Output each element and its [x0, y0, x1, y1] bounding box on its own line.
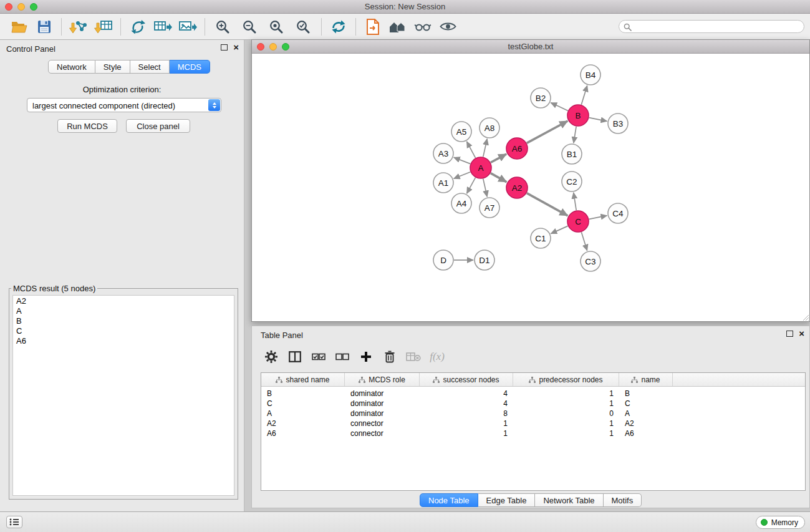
resize-grip-icon[interactable] — [801, 312, 809, 321]
graph-edge-C-C1[interactable] — [551, 226, 567, 233]
list-item[interactable]: A2 — [13, 296, 234, 306]
column-header[interactable]: name — [619, 373, 673, 386]
graph-node-label: C — [575, 217, 581, 226]
table-settings-button[interactable] — [264, 348, 279, 365]
run-mcds-button[interactable]: Run MCDS — [57, 119, 117, 133]
graph-edge-A-A5[interactable] — [467, 142, 476, 158]
zoom-fit-button[interactable] — [265, 16, 287, 37]
graph-edge-C-C4[interactable] — [589, 216, 607, 220]
graph-node-label: A — [478, 163, 483, 173]
tab-select[interactable]: Select — [130, 60, 170, 74]
graph-edge-B-B1[interactable] — [574, 127, 576, 143]
graph-edge-A-A3[interactable] — [454, 157, 470, 163]
function-builder-button[interactable]: f(x) — [430, 348, 445, 365]
list-item[interactable]: A — [13, 306, 234, 316]
table-cell: 1 — [513, 399, 619, 408]
column-header[interactable]: successor nodes — [420, 373, 513, 386]
add-button[interactable] — [359, 348, 374, 365]
import-table-button[interactable] — [93, 16, 114, 37]
criterion-dropdown[interactable]: largest connected component (directed) — [27, 98, 221, 112]
delete-button[interactable] — [382, 348, 397, 365]
tab-motifs[interactable]: Motifs — [604, 493, 642, 507]
tab-node-table[interactable]: Node Table — [420, 493, 478, 507]
list-item[interactable]: A6 — [13, 336, 234, 346]
graph-edge-B-B2[interactable] — [551, 103, 567, 111]
table-panel: Table Panel × — [251, 326, 810, 508]
column-header[interactable]: predecessor nodes — [513, 373, 619, 386]
open-document-button[interactable] — [362, 16, 383, 37]
task-history-button[interactable] — [6, 516, 22, 528]
graph-node-label: A8 — [485, 123, 495, 133]
tab-style[interactable]: Style — [95, 60, 130, 74]
close-panel-icon[interactable]: × — [233, 44, 239, 51]
gear-icon — [264, 350, 278, 364]
graph-edge-B-B4[interactable] — [581, 85, 587, 105]
tab-edge-table[interactable]: Edge Table — [478, 493, 536, 507]
graph-edge-A2-C[interactable] — [527, 193, 568, 216]
column-type-icon — [359, 377, 365, 383]
refresh-view-button[interactable] — [328, 16, 349, 37]
export-image-button[interactable] — [177, 16, 198, 37]
graph-edge-A-A6[interactable] — [491, 154, 506, 163]
table-row[interactable]: Cdominator41C — [261, 399, 805, 409]
close-table-panel-icon[interactable]: × — [799, 330, 804, 337]
tab-mcds[interactable]: MCDS — [170, 60, 210, 74]
criterion-value: largest connected component (directed) — [32, 101, 175, 110]
graph-edge-A-A1[interactable] — [454, 172, 471, 179]
table-row[interactable]: Adominator80A — [261, 409, 805, 418]
import-network-button[interactable] — [68, 16, 89, 37]
zoom-fit-icon — [269, 19, 284, 34]
tab-network[interactable]: Network — [48, 60, 95, 74]
network-graph[interactable]: B4B2BB3A5A8A6A3B1AC2A1A2A4A7C4CC1DD1C3 — [252, 54, 809, 321]
column-header[interactable]: MCDS role — [345, 373, 420, 386]
export-network-button[interactable] — [127, 16, 148, 37]
open-session-button[interactable] — [9, 16, 30, 37]
zoom-out-button[interactable] — [238, 16, 261, 37]
memory-button[interactable]: Memory — [756, 516, 805, 529]
graph-node-label: D — [440, 256, 446, 265]
column-type-icon — [631, 377, 638, 383]
network-canvas[interactable]: B4B2BB3A5A8A6A3B1AC2A1A2A4A7C4CC1DD1C3 — [252, 54, 809, 321]
select-all-icon — [312, 353, 325, 360]
zoom-in-button[interactable] — [211, 16, 234, 37]
table-row[interactable]: Bdominator41B — [261, 389, 805, 399]
refresh-icon — [330, 19, 347, 34]
save-session-button[interactable] — [34, 16, 55, 37]
table-row[interactable]: A6connector11A6 — [261, 428, 805, 438]
export-table-button[interactable] — [152, 16, 173, 37]
graph-edge-A-A4[interactable] — [467, 178, 476, 193]
list-item[interactable]: C — [13, 326, 234, 336]
graph-edge-A-A2[interactable] — [491, 173, 507, 182]
node-table: shared nameMCDS rolesuccessor nodesprede… — [261, 372, 806, 491]
home-button[interactable] — [387, 16, 408, 37]
graph-edge-A-A7[interactable] — [483, 179, 487, 197]
graph-node-label: B3 — [613, 119, 624, 128]
list-item[interactable]: B — [13, 316, 234, 326]
column-header[interactable]: shared name — [261, 373, 345, 386]
deselect-all-icon — [335, 353, 349, 360]
zoom-selected-button[interactable] — [292, 16, 314, 37]
table-row[interactable]: A2connector11A2 — [261, 418, 805, 428]
column-type-icon — [529, 377, 536, 383]
fx-label: f(x) — [430, 351, 445, 363]
deselect-all-button[interactable] — [335, 348, 350, 365]
float-panel-icon[interactable] — [221, 44, 228, 51]
graph-node-label: C2 — [566, 177, 577, 186]
graph-edge-A-A8[interactable] — [483, 139, 487, 157]
table-panel-title: Table Panel — [261, 331, 303, 340]
graph-node-label: A5 — [456, 127, 467, 137]
graph-edge-B-B3[interactable] — [589, 118, 607, 122]
select-all-button[interactable] — [311, 348, 326, 365]
delete-table-button[interactable] — [406, 348, 421, 365]
close-panel-button[interactable]: Close panel — [126, 119, 190, 133]
show-columns-button[interactable] — [287, 348, 302, 365]
tab-network-table[interactable]: Network Table — [535, 493, 603, 507]
graph-edge-A6-B[interactable] — [527, 121, 568, 143]
show-hide-button[interactable] — [437, 16, 458, 37]
graph-edge-C-C2[interactable] — [574, 193, 576, 210]
table-cell: C — [619, 399, 673, 408]
graphics-details-button[interactable] — [412, 16, 433, 37]
graph-edge-C-C3[interactable] — [581, 232, 587, 251]
float-table-panel-icon[interactable] — [786, 331, 793, 337]
search-input[interactable] — [634, 21, 801, 33]
